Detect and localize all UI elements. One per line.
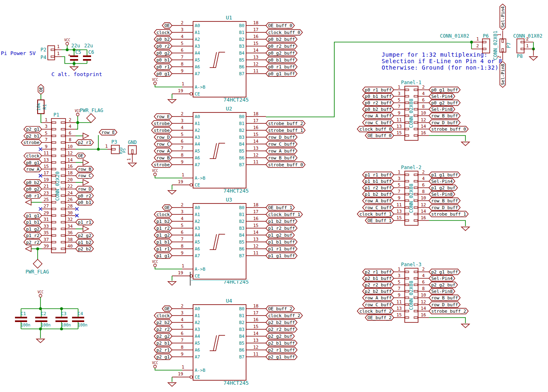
net-label[interactable]: p0_r1_buff	[363, 87, 394, 93]
net-label[interactable]: strobe	[151, 121, 172, 126]
gnd-arrow-icon[interactable]	[25, 246, 31, 252]
vcc-symbol[interactable]: VCC	[152, 361, 158, 368]
net-label[interactable]: p2_g1_buff	[429, 269, 460, 275]
net-label[interactable]: p2_g1_buff	[266, 354, 297, 360]
gnd-arrow-icon[interactable]	[83, 160, 89, 165]
net-label[interactable]: p0_b1	[154, 57, 172, 63]
wire[interactable]	[76, 123, 78, 129]
net-label[interactable]: OE	[162, 306, 172, 311]
connector-panel-1[interactable]: Panel-1CONN_02X081p0_r1_buff3p0_b1_buff5…	[357, 80, 469, 146]
gnd-symbol[interactable]	[128, 163, 136, 167]
vcc-symbol[interactable]: VCC	[152, 260, 158, 267]
net-label[interactable]: p1_b2	[154, 218, 172, 224]
connector-p1[interactable]: P1CONN_02X2012VCCPWR_FLAG3p2_g145p2_b167…	[21, 108, 117, 275]
net-label[interactable]: p0_b2_buff	[266, 36, 297, 42]
gnd-arrow-icon[interactable]	[83, 133, 89, 139]
wire[interactable]	[155, 176, 182, 178]
net-label[interactable]: OE	[38, 85, 44, 94]
net-label[interactable]: OE_buff_1	[365, 218, 394, 223]
resistor-r1-section[interactable]: OE10kR1	[36, 85, 47, 123]
net-label[interactable]: p1_g1_buff	[429, 172, 460, 178]
net-label[interactable]: p2_b1	[154, 340, 172, 346]
net-label[interactable]: p2_g1	[154, 354, 172, 360]
net-label[interactable]: strobe_buff_0	[429, 126, 468, 132]
net-label[interactable]: p1_b2_buff	[266, 218, 297, 224]
net-label[interactable]: p2_g1	[24, 126, 42, 132]
net-label[interactable]: row_D_buff	[429, 205, 460, 210]
net-label[interactable]: p2_b2_buff	[363, 288, 394, 294]
net-label[interactable]: p2_g2	[154, 333, 172, 339]
wire[interactable]	[429, 220, 465, 226]
connector-body[interactable]	[482, 39, 490, 53]
connector-body[interactable]	[48, 46, 55, 60]
net-label[interactable]: OE	[162, 23, 172, 28]
net-label[interactable]: p2_r2	[154, 326, 172, 332]
net-label[interactable]: Sel-Pin4	[429, 275, 455, 281]
gnd-arrow-icon[interactable]	[83, 180, 89, 185]
net-label[interactable]: p0_r2_buff	[363, 100, 394, 106]
net-label[interactable]: clock	[24, 153, 42, 159]
wire[interactable]	[429, 136, 465, 141]
net-label[interactable]: p2_b1_buff	[363, 275, 394, 281]
net-label[interactable]: clock_buff_1	[357, 211, 394, 217]
net-label[interactable]: Sel-Pin4	[500, 4, 506, 30]
net-label[interactable]: p1_r2_buff	[363, 185, 394, 191]
net-label[interactable]: clock_buff_2	[357, 308, 394, 314]
net-label[interactable]: p2_g2_buf	[429, 282, 458, 288]
net-label[interactable]: strobe_buff_2	[266, 121, 305, 126]
net-label[interactable]: p2_b1	[24, 133, 42, 139]
net-label[interactable]: p0_r2_buff	[266, 43, 297, 49]
chip-u3[interactable]: U374HCT245OE2A0clock3A1p1_b24A2p1_r25A3p…	[152, 197, 303, 285]
net-label[interactable]: strobe	[151, 162, 172, 167]
net-label[interactable]: p0_g2	[24, 186, 42, 192]
net-label[interactable]: p2_r2_buff	[363, 282, 394, 288]
net-label[interactable]: OE_buff_2	[266, 306, 295, 311]
capacitor-c5[interactable]: +C522u	[68, 43, 81, 61]
gnd-symbol[interactable]	[168, 383, 176, 386]
net-label[interactable]: row_C_buff	[266, 141, 297, 147]
net-label[interactable]: OE	[162, 205, 172, 210]
net-label[interactable]: strobe	[21, 140, 42, 145]
power-input-section[interactable]: Pi Power 5VP2P411VCC+C522uC622uC alt. fo…	[1, 38, 102, 77]
net-label[interactable]: row_D_buff	[266, 134, 297, 140]
chip-u2[interactable]: U274HCT245row_E2A0strobe3A1strobe4A2row_…	[151, 106, 305, 194]
net-label[interactable]: p1_r1	[76, 219, 93, 225]
net-label[interactable]: row_B_buff	[429, 198, 460, 203]
net-label[interactable]: p1_b1_buff	[266, 239, 297, 245]
net-label[interactable]: p2_b2	[154, 320, 172, 325]
net-label[interactable]: clock_buff_2	[266, 313, 302, 318]
gnd-arrow-icon[interactable]	[83, 226, 89, 232]
net-label[interactable]: OE_buff_1	[266, 205, 295, 210]
capacitor-c3[interactable]: C3100n	[55, 309, 71, 329]
net-label[interactable]: row_C_buff	[363, 302, 394, 307]
net-label[interactable]: row_A_buff	[363, 113, 394, 119]
net-label[interactable]: p0_g1	[154, 71, 172, 76]
net-label[interactable]: strobe_buff_1	[266, 127, 305, 133]
net-label[interactable]: p1_b2_buff	[363, 191, 394, 197]
connector-body[interactable]	[517, 39, 524, 53]
capacitor-c2[interactable]: C2100n	[35, 309, 51, 329]
gnd-symbol[interactable]	[168, 191, 176, 194]
net-label[interactable]: row_C_buff	[363, 205, 394, 210]
net-label[interactable]: p0_g1_buff	[429, 87, 460, 93]
wire[interactable]	[429, 318, 465, 323]
net-label[interactable]: p0_r2	[154, 43, 172, 49]
net-label[interactable]: p1_g1	[154, 253, 172, 259]
net-label[interactable]: clock_buff_0	[266, 30, 302, 35]
net-label[interactable]: p2_b2	[76, 246, 93, 252]
chip-u1[interactable]: U174HCT245OE2A0clock3A1p0_b24A2p0_r25A3p…	[152, 15, 303, 103]
pwr-flag[interactable]: PWR_FLAG	[25, 259, 49, 275]
net-label[interactable]: p0_b1_buff	[266, 57, 297, 63]
gnd-symbol[interactable]	[168, 282, 176, 285]
net-label[interactable]: p1_g2	[24, 226, 42, 232]
net-label[interactable]: p0_b1_buff	[363, 93, 394, 99]
net-label[interactable]: row_A_buff	[363, 198, 394, 203]
net-label[interactable]: p1_b1	[154, 239, 172, 245]
net-label[interactable]: p1_g2_buf	[429, 185, 458, 191]
connector-panel-2[interactable]: Panel-2CONN_02X081p1_r1_buff3p1_b1_buff5…	[357, 165, 469, 231]
net-label[interactable]: Sel-Pin8	[500, 61, 506, 87]
net-label[interactable]: p1_r2	[154, 225, 172, 231]
net-label[interactable]: p0_g1_buff	[266, 71, 297, 76]
connector-p7[interactable]: CONN_02X01P712Sel-Pin4Sel-Pin8	[493, 4, 512, 87]
net-label[interactable]: p0_b1	[76, 199, 93, 205]
